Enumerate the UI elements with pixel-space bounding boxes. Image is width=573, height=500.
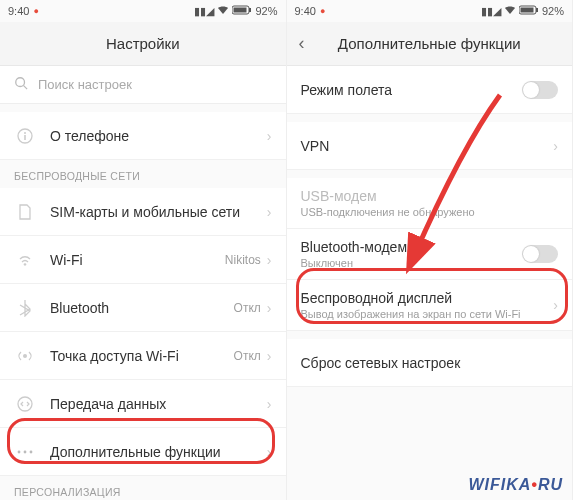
- row-usb-modem: USB-модем USB-подключения не обнаружено: [287, 178, 573, 229]
- header: Настройки: [0, 22, 286, 66]
- screen-settings: 9:40 ● ▮▮◢ 92% Настройки Поиск настроек: [0, 0, 287, 500]
- status-time: 9:40: [8, 5, 29, 17]
- section-personal: ПЕРСОНАЛИЗАЦИЯ: [0, 476, 286, 500]
- row-about-phone[interactable]: О телефоне ›: [0, 112, 286, 160]
- svg-line-4: [24, 86, 28, 90]
- chevron-right-icon: ›: [267, 300, 272, 316]
- toggle-btmodem[interactable]: [522, 245, 558, 263]
- chevron-right-icon: ›: [267, 204, 272, 220]
- row-airplane[interactable]: Режим полета: [287, 66, 573, 114]
- bluetooth-icon: [14, 299, 36, 317]
- row-label: USB-модем: [301, 188, 559, 204]
- row-value: Откл: [234, 301, 261, 315]
- svg-point-6: [24, 132, 26, 134]
- row-hotspot[interactable]: Точка доступа Wi-Fi Откл ›: [0, 332, 286, 380]
- chevron-right-icon: ›: [267, 348, 272, 364]
- record-icon: ●: [320, 6, 325, 16]
- row-label: VPN: [301, 138, 554, 154]
- battery-icon: [232, 5, 252, 17]
- chevron-right-icon: ›: [267, 396, 272, 412]
- status-bar: 9:40 ● ▮▮◢ 92%: [287, 0, 573, 22]
- page-title: Дополнительные функции: [338, 35, 521, 52]
- status-time: 9:40: [295, 5, 316, 17]
- signal-icon: ▮▮◢: [194, 5, 214, 18]
- row-sublabel: Вывод изображения на экран по сети Wi-Fi: [301, 308, 554, 320]
- signal-icon: ▮▮◢: [481, 5, 501, 18]
- status-bar: 9:40 ● ▮▮◢ 92%: [0, 0, 286, 22]
- wifi-icon: [14, 253, 36, 267]
- wifi-icon: [217, 5, 229, 17]
- row-data-usage[interactable]: Передача данных ›: [0, 380, 286, 428]
- chevron-right-icon: ›: [553, 297, 558, 313]
- chevron-right-icon: ›: [267, 444, 272, 460]
- data-icon: [14, 395, 36, 413]
- sim-icon: [14, 203, 36, 221]
- row-sim[interactable]: SIM-карты и мобильные сети ›: [0, 188, 286, 236]
- row-value: Откл: [234, 349, 261, 363]
- row-bt-modem[interactable]: Bluetooth-модем Выключен: [287, 229, 573, 280]
- row-sublabel: USB-подключения не обнаружено: [301, 206, 559, 218]
- svg-point-8: [23, 354, 27, 358]
- svg-rect-2: [249, 8, 251, 12]
- svg-point-10: [18, 450, 21, 453]
- info-icon: [14, 127, 36, 145]
- row-label: Дополнительные функции: [50, 444, 267, 460]
- svg-rect-19: [520, 8, 533, 13]
- chevron-right-icon: ›: [267, 252, 272, 268]
- svg-rect-1: [234, 8, 247, 13]
- record-icon: ●: [33, 6, 38, 16]
- row-label: SIM-карты и мобильные сети: [50, 204, 267, 220]
- row-label: Передача данных: [50, 396, 267, 412]
- wifi-icon: [504, 5, 516, 17]
- more-icon: [14, 449, 36, 455]
- svg-rect-7: [24, 135, 26, 140]
- watermark: WIFIKA•RU: [468, 476, 563, 494]
- row-value: Nikitos: [225, 253, 261, 267]
- row-bluetooth[interactable]: Bluetooth Откл ›: [0, 284, 286, 332]
- svg-point-3: [16, 78, 25, 87]
- row-label: Bluetooth: [50, 300, 234, 316]
- svg-point-12: [30, 450, 33, 453]
- row-reset-network[interactable]: Сброс сетевых настроек: [287, 339, 573, 387]
- svg-point-9: [18, 397, 32, 411]
- row-label: Режим полета: [301, 82, 523, 98]
- chevron-right-icon: ›: [267, 128, 272, 144]
- header: ‹ Дополнительные функции: [287, 22, 573, 66]
- row-wireless-display[interactable]: Беспроводной дисплей Вывод изображения н…: [287, 280, 573, 331]
- battery-icon: [519, 5, 539, 17]
- toggle-airplane[interactable]: [522, 81, 558, 99]
- row-vpn[interactable]: VPN ›: [287, 122, 573, 170]
- row-label: Беспроводной дисплей: [301, 290, 554, 306]
- row-label: Bluetooth-модем: [301, 239, 523, 255]
- row-more-settings[interactable]: Дополнительные функции ›: [0, 428, 286, 476]
- battery-pct: 92%: [542, 5, 564, 17]
- row-label: Точка доступа Wi-Fi: [50, 348, 234, 364]
- svg-point-11: [24, 450, 27, 453]
- page-title: Настройки: [106, 35, 180, 52]
- hotspot-icon: [14, 347, 36, 365]
- row-sublabel: Выключен: [301, 257, 523, 269]
- search-icon: [14, 76, 28, 93]
- row-label: Сброс сетевых настроек: [301, 355, 559, 371]
- chevron-right-icon: ›: [553, 138, 558, 154]
- screen-more-functions: 9:40 ● ▮▮◢ 92% ‹ Дополнительные функции …: [287, 0, 574, 500]
- row-label: О телефоне: [50, 128, 267, 144]
- svg-rect-20: [536, 8, 538, 12]
- row-label: Wi-Fi: [50, 252, 225, 268]
- battery-pct: 92%: [255, 5, 277, 17]
- back-icon[interactable]: ‹: [299, 33, 305, 54]
- section-wireless: БЕСПРОВОДНЫЕ СЕТИ: [0, 160, 286, 188]
- search-placeholder: Поиск настроек: [38, 77, 132, 92]
- row-wifi[interactable]: Wi-Fi Nikitos ›: [0, 236, 286, 284]
- search-input[interactable]: Поиск настроек: [0, 66, 286, 104]
